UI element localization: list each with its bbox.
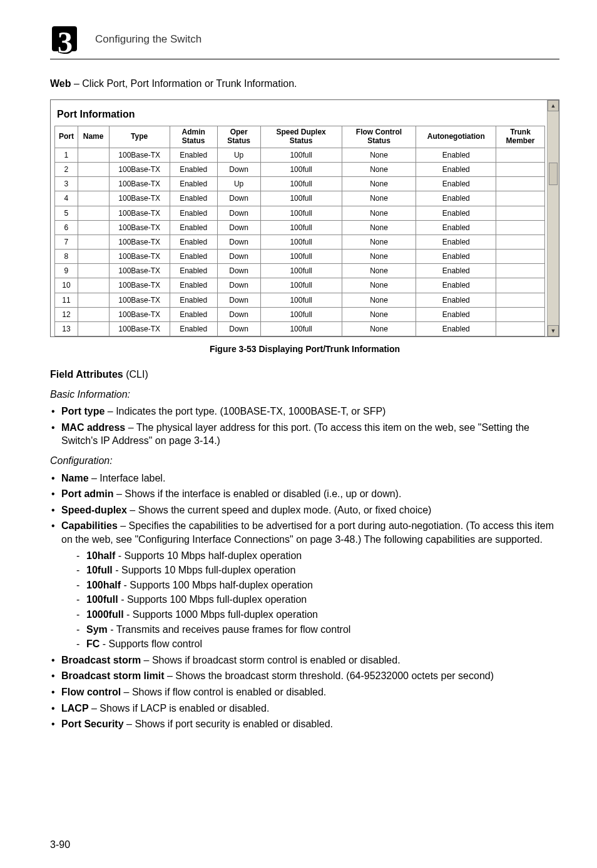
col-oper: OperStatus	[217, 126, 260, 148]
cell-type: 100Base-TX	[109, 206, 170, 220]
cell-type: 100Base-TX	[109, 293, 170, 307]
cell-trunk	[496, 250, 545, 264]
cell-oper: Down	[217, 278, 260, 293]
cell-port: 12	[55, 307, 78, 321]
cell-flow: None	[342, 177, 416, 191]
cell-type: 100Base-TX	[109, 220, 170, 235]
configuration-heading: Configuration:	[50, 454, 559, 468]
cell-name	[78, 206, 109, 220]
cell-auto: Enabled	[416, 250, 496, 264]
scrollbar[interactable]: ▲ ▼	[547, 100, 559, 337]
sub-list-item: 100full - Supports 100 Mbps full-duplex …	[76, 593, 559, 607]
port-info-screenshot: ▲ ▼ Port Information Port Name Type Admi…	[50, 99, 559, 338]
chapter-title: Configuring the Switch	[95, 33, 202, 47]
cell-trunk	[496, 162, 545, 176]
cell-auto: Enabled	[416, 148, 496, 162]
sub-list-item: 10half - Supports 10 Mbps half-duplex op…	[76, 549, 559, 563]
cell-oper: Down	[217, 264, 260, 278]
cell-type: 100Base-TX	[109, 264, 170, 278]
cell-flow: None	[342, 293, 416, 307]
cell-auto: Enabled	[416, 307, 496, 321]
cell-admin: Enabled	[170, 293, 217, 307]
cell-port: 9	[55, 264, 78, 278]
cell-auto: Enabled	[416, 206, 496, 220]
cell-speed: 100full	[260, 322, 342, 336]
cell-speed: 100full	[260, 191, 342, 206]
cell-type: 100Base-TX	[109, 177, 170, 191]
cell-flow: None	[342, 191, 416, 206]
cell-type: 100Base-TX	[109, 191, 170, 206]
cell-name	[78, 235, 109, 249]
table-row: 6100Base-TXEnabledDown100fullNoneEnabled	[55, 220, 545, 235]
page-header: 3 Configuring the Switch	[50, 24, 559, 55]
cell-oper: Down	[217, 235, 260, 249]
cell-trunk	[496, 235, 545, 249]
cell-flow: None	[342, 307, 416, 321]
cell-port: 7	[55, 235, 78, 249]
cell-admin: Enabled	[170, 250, 217, 264]
scroll-thumb[interactable]	[549, 163, 558, 185]
web-instruction: Web – Click Port, Port Information or Tr…	[50, 77, 559, 91]
cell-oper: Down	[217, 250, 260, 264]
cell-port: 5	[55, 206, 78, 220]
cell-speed: 100full	[260, 264, 342, 278]
cell-type: 100Base-TX	[109, 307, 170, 321]
cell-speed: 100full	[260, 307, 342, 321]
cell-admin: Enabled	[170, 206, 217, 220]
scroll-up-icon[interactable]: ▲	[548, 100, 559, 111]
cell-auto: Enabled	[416, 162, 496, 176]
cell-oper: Down	[217, 162, 260, 176]
cell-trunk	[496, 278, 545, 293]
cell-name	[78, 177, 109, 191]
cell-type: 100Base-TX	[109, 148, 170, 162]
table-row: 2100Base-TXEnabledDown100fullNoneEnabled	[55, 162, 545, 176]
cell-name	[78, 322, 109, 336]
cell-trunk	[496, 220, 545, 235]
cell-oper: Down	[217, 206, 260, 220]
table-row: 12100Base-TXEnabledDown100fullNoneEnable…	[55, 307, 545, 321]
cell-name	[78, 278, 109, 293]
cell-type: 100Base-TX	[109, 250, 170, 264]
cell-trunk	[496, 307, 545, 321]
list-item: LACP – Shows if LACP is enabled or disab…	[50, 702, 559, 715]
cell-auto: Enabled	[416, 293, 496, 307]
cell-trunk	[496, 148, 545, 162]
cell-name	[78, 191, 109, 206]
cell-oper: Down	[217, 307, 260, 321]
cell-name	[78, 264, 109, 278]
cell-admin: Enabled	[170, 322, 217, 336]
web-text: – Click Port, Port Information or Trunk …	[71, 78, 297, 89]
table-row: 5100Base-TXEnabledDown100fullNoneEnabled	[55, 206, 545, 220]
cell-name	[78, 250, 109, 264]
cell-speed: 100full	[260, 148, 342, 162]
cell-speed: 100full	[260, 162, 342, 176]
screenshot-title: Port Information	[57, 108, 545, 121]
cell-admin: Enabled	[170, 264, 217, 278]
cell-oper: Down	[217, 293, 260, 307]
cell-oper: Up	[217, 148, 260, 162]
cell-port: 8	[55, 250, 78, 264]
cell-type: 100Base-TX	[109, 322, 170, 336]
list-item: Port Security – Shows if port security i…	[50, 717, 559, 731]
list-item: Port admin – Shows if the interface is e…	[50, 487, 559, 501]
chapter-mark: 3	[50, 24, 85, 55]
cell-port: 10	[55, 278, 78, 293]
cell-type: 100Base-TX	[109, 162, 170, 176]
table-row: 10100Base-TXEnabledDown100fullNoneEnable…	[55, 278, 545, 293]
cell-speed: 100full	[260, 206, 342, 220]
cell-oper: Down	[217, 322, 260, 336]
cell-port: 6	[55, 220, 78, 235]
cell-admin: Enabled	[170, 191, 217, 206]
cell-trunk	[496, 322, 545, 336]
scroll-down-icon[interactable]: ▼	[548, 325, 559, 336]
cell-name	[78, 162, 109, 176]
col-admin: AdminStatus	[170, 126, 217, 148]
cell-flow: None	[342, 235, 416, 249]
list-item: Name – Interface label.	[50, 472, 559, 485]
sub-list-item: FC - Supports flow control	[76, 637, 559, 651]
cell-auto: Enabled	[416, 220, 496, 235]
cell-flow: None	[342, 250, 416, 264]
cell-port: 2	[55, 162, 78, 176]
cell-trunk	[496, 191, 545, 206]
sub-list-item: Sym - Transmits and receives pause frame…	[76, 623, 559, 637]
